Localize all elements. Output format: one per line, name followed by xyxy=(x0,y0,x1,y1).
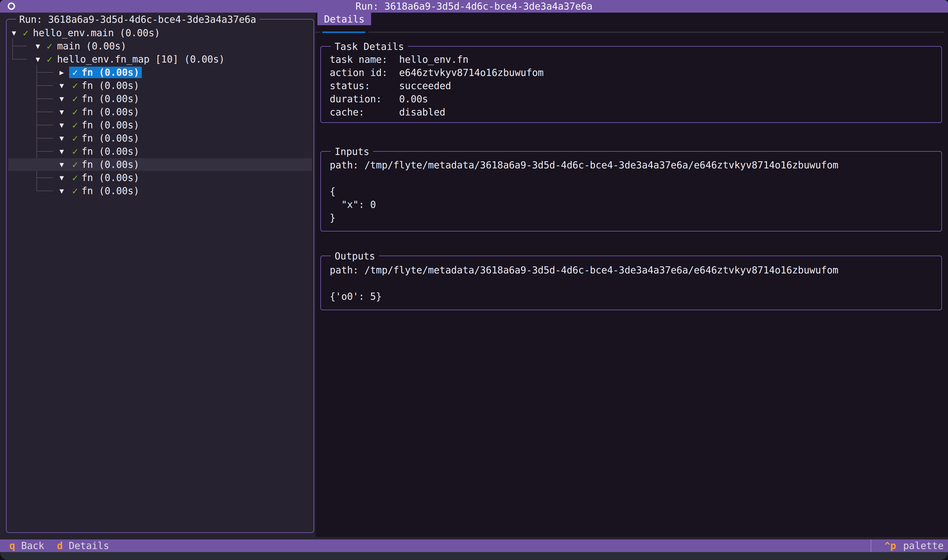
tree-node-label: fn (0.00s) xyxy=(82,145,139,158)
tree-node-label: fn (0.00s) xyxy=(82,105,139,118)
run-title: Run: 3618a6a9-3d5d-4d6c-bce4-3de3a4a37e6… xyxy=(0,0,948,13)
terminal-window: Run: 3618a6a9-3d5d-4d6c-bce4-3de3a4a37e6… xyxy=(0,0,948,560)
chevron-right-icon[interactable]: ▶ xyxy=(60,66,69,79)
inputs-line: { xyxy=(330,185,936,198)
chevron-down-icon[interactable]: ▼ xyxy=(60,184,69,197)
cursor-row-highlight xyxy=(8,158,312,171)
chevron-down-icon[interactable]: ▼ xyxy=(60,171,69,184)
chevron-down-icon[interactable]: ▼ xyxy=(60,132,69,145)
tree-node-label: main (0.00s) xyxy=(57,40,126,53)
task-detail-row: cache:disabled xyxy=(330,106,936,119)
key-hint: q xyxy=(9,539,15,552)
tab-details[interactable]: Details xyxy=(317,12,371,25)
window-bottom-edge xyxy=(0,552,948,560)
tree-node-label: fn (0.00s) xyxy=(82,158,139,171)
detail-label: status: xyxy=(330,79,399,92)
tab-active-indicator xyxy=(322,32,365,33)
outputs-line: path: /tmp/flyte/metadata/3618a6a9-3d5d-… xyxy=(330,263,936,277)
success-check-icon: ✓ xyxy=(72,118,78,132)
keybinding-back[interactable]: qBack xyxy=(9,539,44,552)
task-details-rows: task name:hello_env.fnaction id:e646ztvk… xyxy=(330,53,936,119)
success-check-icon: ✓ xyxy=(72,66,78,79)
tab-rule xyxy=(368,32,945,33)
task-detail-row: action id:e646ztvkyv8714o16zbuwufom xyxy=(330,66,936,79)
palette-label: palette xyxy=(903,539,943,552)
status-bar: qBackdDetails ^p palette xyxy=(0,539,948,552)
detail-value: succeeded xyxy=(399,80,451,91)
tree-node-fn-3[interactable]: ▼✓fn (0.00s) xyxy=(6,92,314,105)
tree-node-label: hello_env.main (0.00s) xyxy=(33,26,160,40)
success-check-icon: ✓ xyxy=(72,92,78,105)
inputs-box: Inputs path: /tmp/flyte/metadata/3618a6a… xyxy=(320,151,942,231)
tree-node-label: fn (0.00s) xyxy=(82,66,139,79)
palette-key: ^p xyxy=(884,539,896,552)
chevron-down-icon[interactable]: ▼ xyxy=(60,92,69,105)
inputs-line: "x": 0 xyxy=(330,198,936,211)
task-details-box: Task Details task name:hello_env.fnactio… xyxy=(320,46,942,123)
chevron-down-icon[interactable]: ▼ xyxy=(60,105,69,118)
detail-value: hello_env.fn xyxy=(399,54,468,65)
run-tree-title: Run: 3618a6a9-3d5d-4d6c-bce4-3de3a4a37e6… xyxy=(16,13,260,26)
chevron-down-icon[interactable]: ▼ xyxy=(12,26,21,40)
tree-node-label: fn (0.00s) xyxy=(82,92,139,105)
inputs-line xyxy=(330,172,936,185)
chevron-down-icon[interactable]: ▼ xyxy=(35,53,45,66)
chevron-down-icon[interactable]: ▼ xyxy=(60,158,69,171)
inputs-content: path: /tmp/flyte/metadata/3618a6a9-3d5d-… xyxy=(330,158,936,224)
outputs-title: Outputs xyxy=(331,249,379,263)
detail-label: task name: xyxy=(330,53,399,66)
chevron-down-icon[interactable]: ▼ xyxy=(35,40,45,53)
tree-node-fn-4[interactable]: ▼✓fn (0.00s) xyxy=(6,105,314,118)
tree-node-label: hello_env.fn_map [10] (0.00s) xyxy=(57,53,225,66)
detail-value: e646ztvkyv8714o16zbuwufom xyxy=(399,67,544,78)
tree-node-fn-10[interactable]: ▼✓fn (0.00s) xyxy=(6,184,314,197)
success-check-icon: ✓ xyxy=(72,132,78,145)
tree-node-fn-2[interactable]: ▼✓fn (0.00s) xyxy=(6,79,314,92)
tree-node-label: fn (0.00s) xyxy=(82,118,139,132)
success-check-icon: ✓ xyxy=(72,79,78,92)
outputs-box: Outputs path: /tmp/flyte/metadata/3618a6… xyxy=(320,255,942,310)
success-check-icon: ✓ xyxy=(47,53,52,66)
inputs-line: path: /tmp/flyte/metadata/3618a6a9-3d5d-… xyxy=(330,158,936,172)
success-check-icon: ✓ xyxy=(72,145,78,158)
outputs-line: {'o0': 5} xyxy=(330,290,936,303)
success-check-icon: ✓ xyxy=(47,40,52,53)
inputs-title: Inputs xyxy=(331,145,373,158)
tree-node-hello_env.fn_map[interactable]: ▼✓hello_env.fn_map [10] (0.00s) xyxy=(6,53,314,66)
success-check-icon: ✓ xyxy=(72,171,78,184)
inputs-line: } xyxy=(330,211,936,224)
key-hint: d xyxy=(57,539,63,552)
tree-node-fn-8[interactable]: ▼✓fn (0.00s) xyxy=(6,158,314,171)
tree-node-hello_env.main[interactable]: ▼✓hello_env.main (0.00s) xyxy=(6,26,314,40)
success-check-icon: ✓ xyxy=(72,105,78,118)
chevron-down-icon[interactable]: ▼ xyxy=(60,79,69,92)
tree-node-fn-6[interactable]: ▼✓fn (0.00s) xyxy=(6,132,314,145)
success-check-icon: ✓ xyxy=(72,158,78,171)
tree-node-label: fn (0.00s) xyxy=(82,171,139,184)
palette-hint[interactable]: ^p palette xyxy=(871,539,943,552)
chevron-down-icon[interactable]: ▼ xyxy=(60,118,69,132)
chevron-down-icon[interactable]: ▼ xyxy=(60,145,69,158)
statusbar-separator xyxy=(871,539,871,552)
keybinding-details[interactable]: dDetails xyxy=(57,539,109,552)
success-check-icon: ✓ xyxy=(23,26,29,40)
tree-node-fn-7[interactable]: ▼✓fn (0.00s) xyxy=(6,145,314,158)
keybinding-hints: qBackdDetails xyxy=(9,539,109,552)
success-check-icon: ✓ xyxy=(72,184,78,197)
task-details-title: Task Details xyxy=(331,40,408,53)
run-tree-panel: Run: 3618a6a9-3d5d-4d6c-bce4-3de3a4a37e6… xyxy=(6,19,314,533)
detail-value: 0.00s xyxy=(399,94,428,105)
tree-node-fn-1[interactable]: ▶✓fn (0.00s) xyxy=(6,66,314,79)
detail-label: duration: xyxy=(330,92,399,106)
tree-node-label: fn (0.00s) xyxy=(82,132,139,145)
key-action-label: Back xyxy=(21,539,44,552)
task-detail-row: task name:hello_env.fn xyxy=(330,53,936,66)
tree-node-fn-5[interactable]: ▼✓fn (0.00s) xyxy=(6,118,314,132)
tab-rule-left xyxy=(315,32,320,33)
outputs-line xyxy=(330,277,936,290)
title-bar: Run: 3618a6a9-3d5d-4d6c-bce4-3de3a4a37e6… xyxy=(0,0,948,12)
detail-value: disabled xyxy=(399,107,445,118)
tree-node-label: fn (0.00s) xyxy=(82,79,139,92)
tree-node-fn-9[interactable]: ▼✓fn (0.00s) xyxy=(6,171,314,184)
tree-node-main[interactable]: ▼✓main (0.00s) xyxy=(6,40,314,53)
